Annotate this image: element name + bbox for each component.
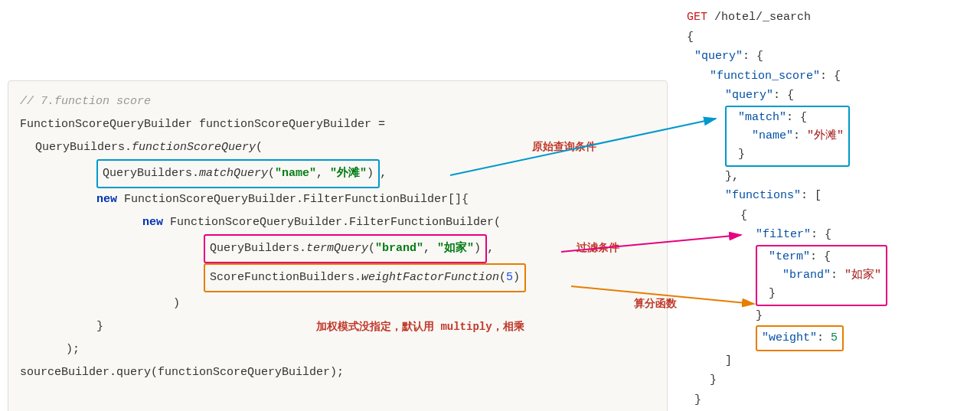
code-line: ); <box>20 338 655 361</box>
code-line: ) <box>20 292 655 315</box>
java-code-panel: // 7.function score FunctionScoreQueryBu… <box>8 80 668 411</box>
code-line: new FunctionScoreQueryBuilder.FilterFunc… <box>20 211 655 234</box>
json-panel: GET /hotel/_search { "query": { "functio… <box>687 8 978 411</box>
json-line: ] <box>687 351 978 371</box>
term-query-line: QueryBuilders.termQuery("brand", "如家"), <box>20 234 655 263</box>
json-line: "query": { <box>687 47 978 67</box>
json-line: } <box>687 370 978 390</box>
match-query-line: QueryBuilders.matchQuery("name", "外滩"), <box>20 159 655 188</box>
json-line: "query": { <box>687 86 978 106</box>
annotation-label: 原始查询条件 <box>532 140 596 154</box>
json-line: "filter": { <box>687 225 978 245</box>
json-line: } <box>687 306 978 326</box>
code-comment: // 7.function score <box>20 90 655 113</box>
annotation-label: 过滤条件 <box>577 241 619 255</box>
json-line: GET /hotel/_search <box>687 8 978 28</box>
json-line: { <box>687 206 978 226</box>
code-line: FunctionScoreQueryBuilder functionScoreQ… <box>20 113 655 136</box>
json-line: }, <box>687 167 978 187</box>
json-weight-box: "weight": 5 <box>687 325 978 351</box>
json-line: "function_score": { <box>687 67 978 86</box>
json-term-box: "term": { "brand": "如家" } <box>687 245 978 306</box>
annotation-label: 算分函数 <box>634 297 677 311</box>
code-line: new FunctionScoreQueryBuilder.FilterFunc… <box>20 188 655 211</box>
json-match-box: "match": { "name": "外滩" } <box>687 106 978 167</box>
json-line: { <box>687 28 978 47</box>
json-line: } <box>687 390 978 410</box>
weight-function-line: ScoreFunctionBuilders.weightFactorFuncti… <box>20 263 655 292</box>
json-line: "functions": [ <box>687 186 978 206</box>
annotation-label: 加权模式没指定，默认用 multiply，相乘 <box>316 320 524 334</box>
code-line: sourceBuilder.query(functionScoreQueryBu… <box>20 361 655 384</box>
